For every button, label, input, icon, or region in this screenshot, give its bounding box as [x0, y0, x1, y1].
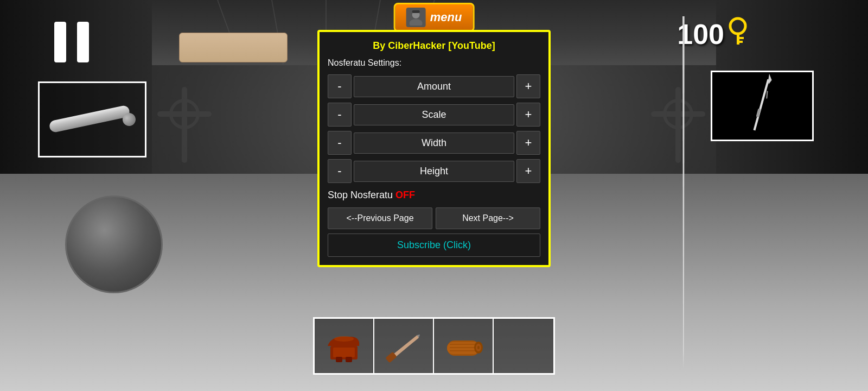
svg-marker-8 [764, 74, 774, 84]
score-bar-2 [77, 22, 89, 62]
right-inventory-box [711, 71, 814, 141]
svg-rect-11 [182, 87, 187, 163]
svg-rect-4 [737, 33, 739, 45]
setting-row-amount: - Amount + [328, 74, 540, 98]
scale-plus-button[interactable]: + [516, 103, 540, 127]
panel-subtitle: Nosferatu Settings: [328, 58, 540, 68]
scale-minus-button[interactable]: - [328, 103, 352, 127]
svg-point-1 [410, 19, 423, 26]
height-minus-button[interactable]: - [328, 159, 352, 183]
width-plus-button[interactable]: + [516, 131, 540, 155]
score-bar-1 [54, 22, 66, 62]
prev-page-button[interactable]: <--Previous Page [328, 207, 432, 229]
setting-row-height: - Height + [328, 159, 540, 183]
svg-rect-20 [346, 357, 352, 362]
svg-rect-6 [739, 41, 743, 43]
amount-label: Amount [354, 76, 514, 97]
game-background: menu 100 [0, 0, 868, 391]
scroll-decoration [179, 33, 288, 62]
svg-rect-19 [336, 357, 342, 362]
next-page-button[interactable]: Next Page--> [436, 207, 540, 229]
score-left-display [54, 22, 89, 62]
key-icon [727, 16, 749, 52]
height-label: Height [354, 161, 514, 182]
svg-rect-5 [739, 37, 744, 39]
svg-point-21 [334, 336, 354, 342]
width-minus-button[interactable]: - [328, 131, 352, 155]
menu-label: menu [430, 10, 462, 24]
nav-buttons: <--Previous Page Next Page--> [328, 207, 540, 229]
sword-display-icon [722, 66, 803, 146]
amount-minus-button[interactable]: - [328, 74, 352, 98]
panel-title: By CiberHacker [YouTube] [328, 40, 540, 52]
stop-nosferatu-row: Stop Nosferatu OFF [328, 190, 540, 201]
inventory-slot-log[interactable] [434, 319, 494, 373]
setting-row-scale: - Scale + [328, 103, 540, 127]
svg-point-27 [477, 346, 480, 349]
bottom-inventory-bar [313, 317, 555, 375]
stop-status: OFF [395, 190, 415, 200]
scale-label: Scale [354, 104, 514, 125]
plate-decoration [65, 195, 163, 293]
stop-label: Stop Nosferatu [328, 190, 393, 200]
svg-line-7 [735, 79, 788, 130]
inventory-slot-empty [494, 319, 553, 373]
svg-rect-12 [157, 111, 212, 117]
width-label: Width [354, 133, 514, 154]
height-plus-button[interactable]: + [516, 159, 540, 183]
left-wall-decoration [152, 81, 217, 179]
settings-panel: By CiberHacker [YouTube] Nosferatu Setti… [317, 30, 551, 267]
setting-row-width: - Width + [328, 131, 540, 155]
subscribe-button[interactable]: Subscribe (Click) [328, 234, 540, 257]
svg-rect-18 [333, 348, 355, 357]
menu-avatar-icon [406, 8, 426, 27]
large-sword-decoration [662, 16, 705, 386]
menu-button[interactable]: menu [394, 3, 475, 32]
svg-rect-2 [412, 10, 420, 13]
amount-plus-button[interactable]: + [516, 74, 540, 98]
inventory-slot-anvil[interactable] [315, 319, 374, 373]
svg-point-3 [730, 18, 745, 34]
menu-button-container: menu [394, 3, 475, 32]
left-inventory-box [38, 81, 146, 157]
inventory-slot-knife[interactable] [374, 319, 434, 373]
